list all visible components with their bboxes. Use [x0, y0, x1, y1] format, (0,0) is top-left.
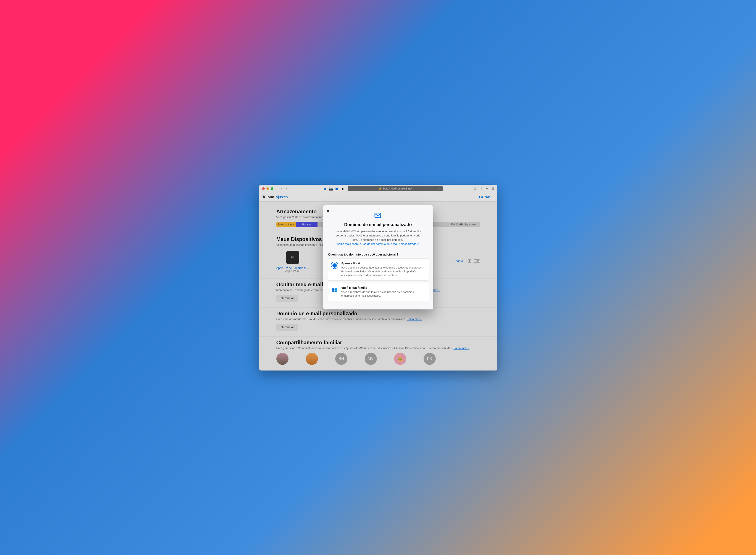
mail-person-icon [374, 212, 382, 220]
option-only-you[interactable]: Apenas Você Você é a única pessoa que us… [327, 258, 429, 281]
option-you-and-family[interactable]: 👥 Você e sua família Você e membros de s… [327, 283, 429, 301]
option-body: Você e membros de sua família estão usan… [341, 290, 425, 298]
modal-learn-link[interactable]: Saiba mais sobre o uso de um domínio de … [337, 242, 419, 246]
close-icon[interactable]: ✕ [326, 209, 330, 214]
modal-question: Quem usará o domínio que você quer adici… [328, 253, 428, 256]
person-icon [331, 262, 338, 269]
svg-point-1 [379, 216, 382, 218]
modal-title: Domínio de e-mail personalizado [334, 222, 422, 227]
custom-domain-modal: ✕ Domínio de e-mail personalizado Use o … [323, 205, 433, 309]
option-body: Você é a única pessoa que usa este domín… [341, 266, 425, 278]
option-title: Você e sua família [341, 286, 425, 290]
browser-window: ⬚ ‹ › ◉ 📷 ▣ ◑ 🔒 beta.icloud.com/settings… [259, 185, 497, 371]
option-title: Apenas Você [341, 262, 425, 265]
people-icon: 👥 [331, 286, 338, 293]
modal-body: Use o Mail do iCloud para enviar e receb… [334, 229, 422, 242]
